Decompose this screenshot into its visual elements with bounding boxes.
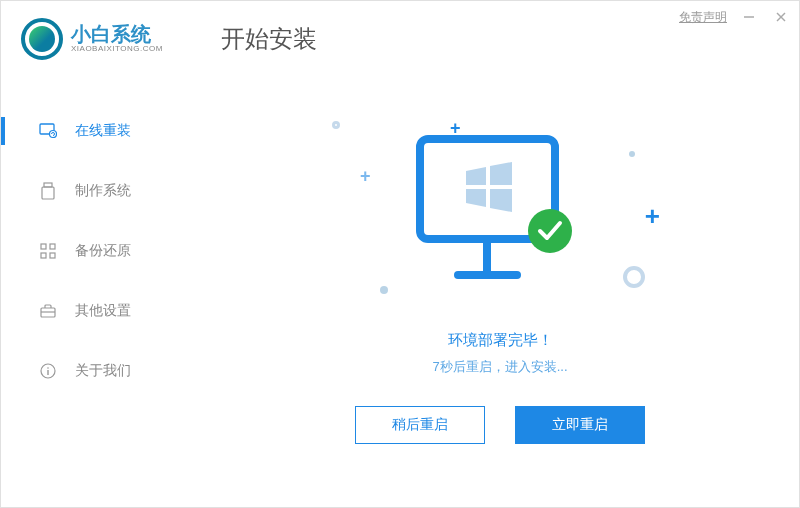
sidebar: 在线重装 制作系统 备份还原 其他设置 关于我们 [1, 76, 201, 507]
page-title: 开始安装 [221, 23, 317, 55]
briefcase-icon [39, 302, 57, 320]
illustration: + + + [340, 106, 660, 306]
svg-rect-8 [50, 244, 55, 249]
windows-icon [466, 162, 512, 212]
logo-area: 小白系统 XIAOBAIXITONG.COM [21, 18, 201, 60]
status-main-text: 环境部署完毕！ [201, 331, 799, 350]
sidebar-item-label: 在线重装 [75, 122, 131, 140]
sidebar-item-label: 制作系统 [75, 182, 131, 200]
sidebar-item-about[interactable]: 关于我们 [1, 341, 201, 401]
sidebar-item-label: 其他设置 [75, 302, 131, 320]
svg-rect-10 [50, 253, 55, 258]
svg-point-4 [50, 131, 57, 138]
svg-point-14 [47, 367, 49, 369]
restart-later-button[interactable]: 稍后重启 [355, 406, 485, 444]
close-button[interactable] [771, 7, 791, 27]
close-icon [775, 11, 787, 23]
logo-icon [21, 18, 63, 60]
sidebar-item-create-system[interactable]: 制作系统 [1, 161, 201, 221]
restart-now-button[interactable]: 立即重启 [515, 406, 645, 444]
logo-subtitle: XIAOBAIXITONG.COM [71, 44, 163, 53]
minimize-icon [743, 11, 755, 23]
svg-rect-7 [41, 244, 46, 249]
svg-rect-5 [44, 183, 52, 187]
disclaimer-link[interactable]: 免责声明 [679, 9, 727, 26]
checkmark-badge [528, 209, 572, 253]
minimize-button[interactable] [739, 7, 759, 27]
usb-icon [39, 182, 57, 200]
info-icon [39, 362, 57, 380]
monitor-refresh-icon [39, 122, 57, 140]
grid-icon [39, 242, 57, 260]
svg-rect-9 [41, 253, 46, 258]
main-content: + + + [201, 76, 799, 507]
sidebar-item-label: 备份还原 [75, 242, 131, 260]
monitor-icon [410, 131, 585, 305]
sidebar-item-reinstall[interactable]: 在线重装 [1, 101, 201, 161]
sidebar-item-label: 关于我们 [75, 362, 131, 380]
sidebar-item-backup-restore[interactable]: 备份还原 [1, 221, 201, 281]
logo-title: 小白系统 [71, 24, 163, 44]
sidebar-item-other-settings[interactable]: 其他设置 [1, 281, 201, 341]
svg-rect-6 [42, 187, 54, 199]
status-sub-text: 7秒后重启，进入安装... [201, 358, 799, 376]
